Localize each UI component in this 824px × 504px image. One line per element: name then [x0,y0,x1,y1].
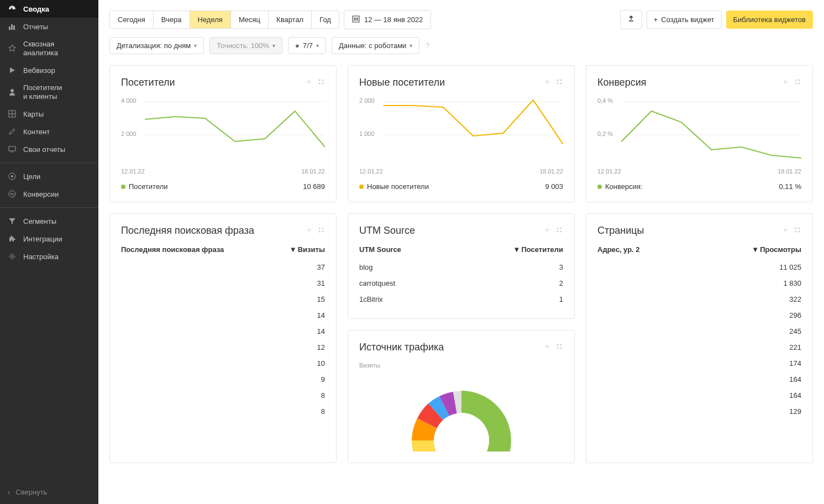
table-row[interactable]: 8 [121,403,325,419]
sidebar-item-settings[interactable]: Настройка [0,248,98,265]
col-header[interactable]: Последняя поисковая фраза [121,245,224,254]
sidebar-item-segments[interactable]: Сегменты [0,212,98,230]
row-name: blog [359,263,373,271]
sidebar-item-integrations[interactable]: Интеграции [0,230,98,248]
sidebar-item-analytics[interactable]: Сквознаяаналитика [0,35,98,61]
col-header[interactable]: UTM Source [359,245,401,254]
period-quarter[interactable]: Квартал [269,11,312,28]
sidebar-label: Интеграции [23,235,62,243]
period-today[interactable]: Сегодня [110,11,154,28]
svg-point-48 [557,228,559,229]
sidebar-item-content[interactable]: Контент [0,123,98,140]
svg-point-45 [319,231,321,233]
svg-point-13 [11,255,13,258]
sidebar-item-visitors[interactable]: Посетителии клиенты [0,79,98,105]
sidebar-item-conversions[interactable]: % Конверсии [0,185,98,203]
svg-point-36 [795,80,797,81]
period-year[interactable]: Год [312,11,339,28]
col-header[interactable]: ▼Посетители [513,245,563,254]
period-week[interactable]: Неделя [190,11,231,28]
detail-dropdown[interactable]: Детализация: по дням ▾ [109,37,204,54]
gear-icon[interactable] [305,226,313,235]
period-month[interactable]: Месяц [231,11,269,28]
col-header[interactable]: Адрес, ур. 2 [597,245,640,254]
svg-point-44 [322,228,324,229]
table-row[interactable]: 221 [597,339,801,355]
table-row[interactable]: blog3 [359,259,563,275]
gear-icon[interactable] [781,226,789,235]
table-row[interactable]: 322 [597,291,801,307]
table-row[interactable]: 10 [121,355,325,371]
date-range-text: 12 — 18 янв 2022 [364,15,423,24]
period-yesterday[interactable]: Вчера [154,11,190,28]
col-header[interactable]: ▼Просмотры [752,245,801,254]
sidebar-collapse[interactable]: ‹ Свернуть [0,480,98,504]
table-row[interactable]: 129 [597,403,801,419]
sidebar-label: Сегменты [23,217,56,225]
gear-icon[interactable] [543,226,551,235]
sort-desc-icon: ▼ [752,245,759,254]
row-name: carrotquest [359,279,395,287]
widget-title: Последняя поисковая фраза [121,225,254,237]
widget-title: Посетители [121,77,175,88]
table-row[interactable]: 174 [597,355,801,371]
svg-point-30 [560,80,562,81]
table-row[interactable]: 245 [597,323,801,339]
drag-icon[interactable] [317,78,325,87]
widget-library-label: Библиотека виджетов [733,15,806,24]
table-row[interactable]: 15 [121,291,325,307]
table-row[interactable]: 14 [121,307,325,323]
create-widget-button[interactable]: + Создать виджет [647,11,722,29]
sidebar-label: Отчеты [23,23,48,31]
segments-dropdown[interactable]: ● 7/7 ▾ [288,37,326,54]
sidebar-item-summary[interactable]: Сводка [0,0,98,18]
gear-icon[interactable] [305,78,313,87]
y-tick: 0,4 % [597,97,613,104]
table-row[interactable]: 8 [121,387,325,403]
gear-icon[interactable] [543,78,551,87]
table-row[interactable]: 1 830 [597,275,801,291]
table-row[interactable]: 164 [597,387,801,403]
divider [0,162,98,163]
sidebar-item-reports[interactable]: Отчеты [0,18,98,35]
table-row[interactable]: carrotquest2 [359,275,563,291]
widget-library-button[interactable]: Библиотека виджетов [726,11,813,29]
gear-icon[interactable] [781,78,789,87]
table-row[interactable]: 11 025 [597,259,801,275]
svg-point-35 [784,81,786,83]
drag-icon[interactable] [555,226,563,235]
data-dropdown[interactable]: Данные: с роботами ▾ [332,37,419,54]
table-row[interactable]: 1cBitrix1 [359,291,563,307]
svg-rect-14 [353,16,359,22]
help-icon[interactable]: ? [425,41,429,50]
svg-point-60 [795,231,797,233]
svg-point-51 [560,231,562,233]
table-row[interactable]: 14 [121,323,325,339]
drag-icon[interactable] [317,226,325,235]
date-range-picker[interactable]: 12 — 18 янв 2022 [344,10,431,29]
col-header[interactable]: ▼Визиты [290,245,325,254]
row-value: 245 [789,327,801,335]
drag-icon[interactable] [794,78,801,87]
sidebar-item-my-reports[interactable]: Свои отчеты [0,140,98,158]
table-row[interactable]: 9 [121,371,325,387]
create-widget-label: Создать виджет [661,15,714,24]
legend-value: 10 689 [303,182,325,191]
export-button[interactable] [620,10,642,29]
sidebar-item-goals[interactable]: Цели [0,167,98,185]
table-row[interactable]: 12 [121,339,325,355]
drag-icon[interactable] [555,78,563,87]
table-row[interactable]: 31 [121,275,325,291]
svg-point-31 [557,83,559,85]
sidebar-item-webvisor[interactable]: Вебвизор [0,61,98,79]
legend-dot [359,185,364,189]
sidebar-item-maps[interactable]: Карты [0,105,98,123]
table-row[interactable]: 37 [121,259,325,275]
table-row[interactable]: 296 [597,307,801,323]
puzzle-icon [8,234,17,243]
drag-icon[interactable] [794,226,801,235]
drag-icon[interactable] [555,343,563,352]
gear-icon[interactable] [543,343,551,352]
target-icon [8,172,17,181]
table-row[interactable]: 164 [597,371,801,387]
